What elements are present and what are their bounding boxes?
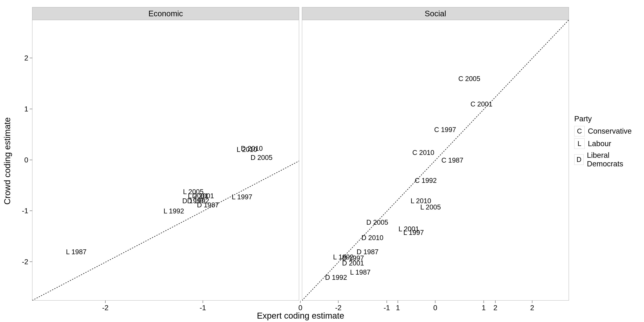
legend-label: Liberal Democrats <box>587 151 642 168</box>
x-tick <box>532 300 532 303</box>
legend-key-icon: D <box>574 154 584 165</box>
plot-area: C 2005C 2001C 1997C 2010C 1987C 1992L 20… <box>302 20 569 300</box>
legend-label: Labour <box>588 139 611 148</box>
legend-item: CConservative <box>574 126 642 136</box>
y-tick-label: 2 <box>24 54 28 62</box>
x-tick <box>338 300 338 303</box>
y-axis-ticks: -2-1012 <box>29 20 32 300</box>
y-tick <box>30 160 32 160</box>
y-tick <box>30 210 32 211</box>
facet-panel: EconomicC 2001C 2005C 2010C 1992C 1997C … <box>32 7 299 300</box>
y-tick <box>30 262 32 262</box>
legend: Party CConservativeLLabourDLiberal Democ… <box>574 114 642 170</box>
legend-label: Conservative <box>588 127 632 136</box>
legend-item: DLiberal Democrats <box>574 151 642 168</box>
facet-strip: Social <box>302 7 569 20</box>
y-tick-label: 1 <box>24 105 28 113</box>
figure: Crowd coding estimate EconomicC 2001C 20… <box>0 0 644 322</box>
identity-line <box>32 20 299 300</box>
plot-area: C 2001C 2005C 2010C 1992C 1997C 1987D 20… <box>32 20 299 300</box>
legend-title: Party <box>574 114 642 123</box>
x-axis-ticks: -2-1012 <box>302 300 569 304</box>
legend-key-icon: C <box>574 126 584 136</box>
x-tick <box>484 300 484 303</box>
y-tick-label: -2 <box>22 258 28 266</box>
svg-line-1 <box>302 20 569 300</box>
x-axis-ticks: -2-1012 <box>32 300 299 304</box>
svg-line-0 <box>32 20 299 300</box>
facet-row: EconomicC 2001C 2005C 2010C 1992C 1997C … <box>32 7 569 300</box>
y-tick <box>30 58 32 58</box>
legend-key-icon: L <box>574 138 584 149</box>
panel-body: C 2001C 2005C 2010C 1992C 1997C 1987D 20… <box>32 20 299 300</box>
y-tick-label: 0 <box>24 156 28 164</box>
identity-line <box>302 20 569 300</box>
x-tick <box>300 300 300 303</box>
facet-strip: Economic <box>32 7 299 20</box>
y-axis-label: Crowd coding estimate <box>2 117 12 205</box>
x-tick <box>203 300 203 303</box>
facet-panel: SocialC 2005C 2001C 1997C 2010C 1987C 19… <box>302 7 569 300</box>
y-tick-label: -1 <box>22 207 28 215</box>
x-tick <box>435 300 436 303</box>
panel-body: C 2005C 2001C 1997C 2010C 1987C 1992L 20… <box>302 20 569 300</box>
x-tick <box>386 300 387 303</box>
legend-item: LLabour <box>574 138 642 149</box>
y-tick <box>30 109 32 109</box>
x-tick <box>105 300 106 303</box>
x-axis-label: Expert coding estimate <box>32 311 569 320</box>
